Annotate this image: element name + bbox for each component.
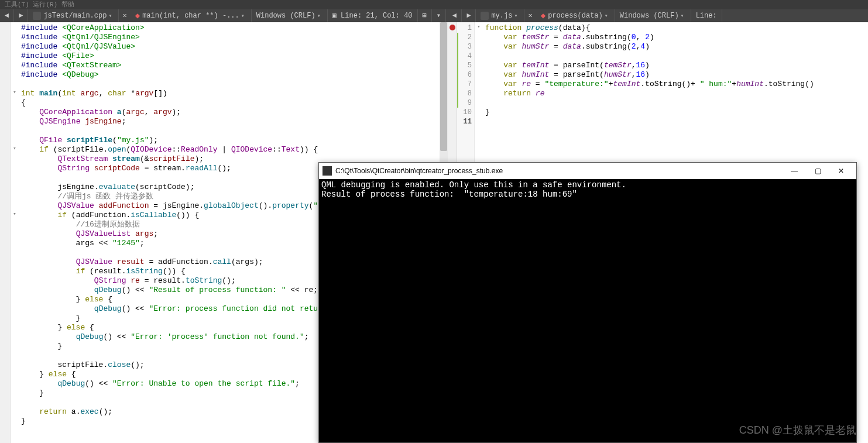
- nav-forward-button[interactable]: ►: [462, 9, 476, 22]
- file-selector[interactable]: my.js ▾: [476, 9, 524, 22]
- symbol-selector[interactable]: ◆ process(data) ▾: [536, 9, 615, 22]
- chevron-down-icon: ▾: [107, 12, 114, 19]
- main-menu[interactable]: 工具(T) 运行(R) 帮助: [0, 0, 868, 9]
- file-icon: [481, 12, 489, 20]
- bookmark-icon: ▣: [332, 11, 337, 20]
- fold-gutter[interactable]: ▾ ▾ ▾: [11, 22, 19, 443]
- dirty-indicator-icon: ◆: [541, 11, 548, 20]
- watermark: CSDN @土拨鼠不是老鼠: [739, 423, 856, 437]
- nav-back-button[interactable]: ◄: [0, 9, 14, 22]
- minimize-button[interactable]: —: [783, 167, 806, 175]
- line-number: 1: [457, 23, 472, 33]
- symbol-selector[interactable]: ◆ main(int, char **) -... ▾: [131, 9, 252, 22]
- close-tab-button[interactable]: ✕: [524, 11, 536, 20]
- line-number: 7: [457, 80, 472, 89]
- maximize-button[interactable]: ▢: [806, 167, 829, 175]
- encoding-selector[interactable]: Windows (CRLF) ▾: [615, 9, 691, 22]
- line-number: 2: [457, 33, 472, 42]
- nav-forward-button[interactable]: ►: [14, 9, 28, 22]
- file-icon: [33, 12, 41, 20]
- breakpoint-gutter[interactable]: [0, 22, 11, 443]
- app-icon: [323, 166, 332, 176]
- line-number: 8: [457, 89, 472, 98]
- split-close-button[interactable]: ▾: [432, 9, 446, 22]
- line-number: 10: [457, 108, 472, 117]
- line-number: 3: [457, 42, 472, 51]
- breakpoint-icon[interactable]: [450, 25, 455, 30]
- left-toolbar: ◄ ► jsTest/main.cpp ▾ ✕ ◆ main(int, char…: [0, 9, 448, 22]
- line-number: 4: [457, 51, 472, 61]
- console-output[interactable]: QML debugging is enabled. Only use this …: [319, 179, 856, 200]
- close-button[interactable]: ✕: [829, 167, 853, 175]
- split-button[interactable]: ⊞: [418, 9, 432, 22]
- encoding-selector[interactable]: Windows (CRLF) ▾: [252, 9, 328, 22]
- position-indicator[interactable]: ▣ Line: 21, Col: 40: [328, 9, 418, 22]
- nav-back-button[interactable]: ◄: [448, 9, 462, 22]
- line-number: 6: [457, 70, 472, 80]
- line-number: 9: [457, 98, 472, 108]
- close-tab-button[interactable]: ✕: [119, 11, 130, 20]
- console-window[interactable]: C:\Qt\Tools\QtCreator\bin\qtcreator_proc…: [318, 162, 857, 443]
- line-number: 5: [457, 61, 472, 70]
- position-indicator[interactable]: Line:: [691, 9, 722, 22]
- dirty-indicator-icon: ◆: [135, 11, 142, 20]
- console-title-text: C:\Qt\Tools\QtCreator\bin\qtcreator_proc…: [335, 167, 503, 175]
- right-toolbar: ◄ ► my.js ▾ ✕ ◆ process(data) ▾ Windows …: [448, 9, 868, 22]
- line-number: 11: [457, 117, 472, 126]
- file-selector[interactable]: jsTest/main.cpp ▾: [28, 9, 119, 22]
- console-titlebar[interactable]: C:\Qt\Tools\QtCreator\bin\qtcreator_proc…: [319, 163, 856, 179]
